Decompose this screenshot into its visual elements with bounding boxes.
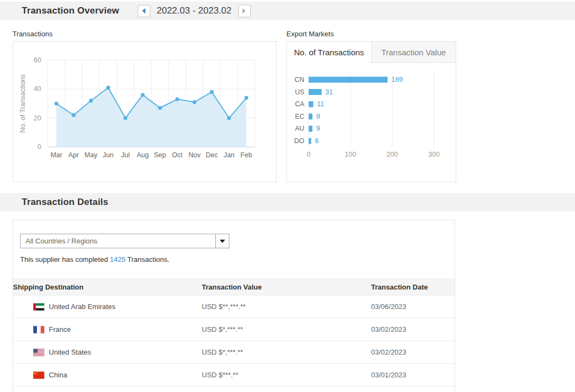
transaction-count-link[interactable]: 1425 — [110, 255, 125, 264]
svg-text:189: 189 — [392, 76, 403, 83]
svg-text:300: 300 — [429, 151, 440, 158]
transactions-table: Shipping Destination Transaction Value T… — [13, 279, 455, 392]
svg-text:Sep: Sep — [154, 151, 166, 159]
transaction-value-cell: USD $***.** — [202, 364, 371, 387]
transactions-chart-title: Transactions — [12, 30, 277, 38]
transaction-details-panel: All Countries / Regions This supplier ha… — [12, 220, 455, 392]
transaction-date-cell: 03/06/2023 — [371, 295, 455, 318]
svg-text:9: 9 — [316, 125, 320, 132]
transactions-summary: This supplier has completed 1425 Transac… — [20, 255, 448, 264]
shipping-destination-cell: United States — [13, 341, 202, 364]
svg-text:Dec: Dec — [206, 151, 218, 159]
next-period-button[interactable] — [238, 5, 251, 17]
prev-period-button[interactable] — [138, 5, 150, 17]
fr-flag-icon — [33, 326, 44, 333]
svg-text:EC: EC — [295, 113, 304, 120]
svg-text:100: 100 — [345, 151, 356, 158]
svg-text:Oct: Oct — [172, 151, 183, 159]
svg-text:20: 20 — [34, 114, 41, 122]
tab-no-of-transactions[interactable]: No. of Transactions — [287, 42, 372, 63]
transaction-overview-header: Transaction Overview 2022.03 - 2023.02 — [0, 2, 575, 20]
chevron-down-icon — [220, 240, 225, 243]
export-markets-panel: No. of Transactions Transaction Value 01… — [286, 41, 456, 182]
svg-text:Jul: Jul — [121, 151, 130, 159]
transactions-line-chart: 0204060No. of TransactionsMarAprMayJunJu… — [13, 42, 276, 182]
svg-text:No. of Transactions: No. of Transactions — [19, 74, 27, 133]
tab-transaction-value[interactable]: Transaction Value — [372, 42, 456, 63]
table-row: United StatesUSD $*,***.**03/02/2023 — [13, 341, 455, 364]
country-filter-dropdown[interactable]: All Countries / Regions — [20, 234, 229, 248]
svg-text:11: 11 — [317, 100, 324, 108]
svg-text:Mar: Mar — [50, 151, 62, 159]
transactions-chart-section: Transactions 0204060No. of TransactionsM… — [12, 20, 277, 182]
table-row: United Arab EmiratesUSD $**,***.**03/06/… — [13, 295, 455, 318]
summary-prefix: This supplier has completed — [20, 255, 108, 264]
table-row: ChinaUSD $***.**03/01/2023 — [13, 364, 455, 387]
export-markets-title: Export Markets — [286, 30, 456, 38]
svg-text:CA: CA — [295, 100, 305, 108]
svg-text:US: US — [295, 88, 304, 96]
column-shipping-destination: Shipping Destination — [13, 279, 202, 295]
svg-text:6: 6 — [315, 137, 319, 145]
country-filter-value: All Countries / Regions — [21, 234, 215, 248]
table-header-row: Shipping Destination Transaction Value T… — [13, 279, 455, 295]
transaction-date-cell: 03/02/2023 — [371, 318, 455, 341]
svg-text:Jan: Jan — [223, 151, 234, 159]
page-title: Transaction Overview — [22, 5, 119, 16]
transactions-chart-panel: 0204060No. of TransactionsMarAprMayJunJu… — [12, 41, 277, 182]
svg-text:40: 40 — [34, 85, 41, 93]
svg-text:Jun: Jun — [103, 151, 113, 159]
svg-text:200: 200 — [387, 151, 398, 158]
country-name: United Arab Emirates — [49, 303, 116, 311]
us-flag-icon — [33, 349, 44, 356]
shipping-destination-cell: France — [13, 318, 202, 341]
transaction-date-cell: 03/02/2023 — [371, 341, 455, 364]
column-transaction-date: Transaction Date — [371, 279, 455, 295]
export-markets-tabs: No. of Transactions Transaction Value — [287, 42, 456, 63]
transaction-value-cell: USD $*,***.** — [202, 341, 371, 364]
svg-text:CN: CN — [295, 76, 304, 83]
column-transaction-value: Transaction Value — [202, 279, 371, 295]
svg-text:Aug: Aug — [137, 151, 149, 159]
svg-text:60: 60 — [34, 56, 41, 64]
table-row: ChinaUSD $***.**03/01/2023 — [13, 387, 455, 392]
transaction-date-cell: 03/01/2023 — [371, 387, 455, 392]
svg-text:Feb: Feb — [240, 151, 252, 159]
chevron-left-icon — [142, 8, 145, 14]
country-name: China — [49, 371, 67, 379]
charts-row: Transactions 0204060No. of TransactionsM… — [0, 20, 575, 182]
svg-text:9: 9 — [316, 113, 320, 120]
svg-text:AU: AU — [295, 125, 304, 132]
transaction-value-cell: USD $*,***.** — [202, 318, 371, 341]
table-row: FranceUSD $*,***.**03/02/2023 — [13, 318, 455, 341]
date-range-nav: 2022.03 - 2023.02 — [138, 5, 251, 17]
svg-text:Apr: Apr — [68, 151, 79, 159]
transaction-value-cell: USD $**,***.** — [202, 295, 371, 318]
svg-text:May: May — [85, 151, 98, 159]
shipping-destination-cell: United Arab Emirates — [13, 295, 202, 318]
cn-flag-icon — [33, 371, 44, 379]
date-range-label: 2022.03 - 2023.02 — [157, 5, 232, 16]
svg-text:31: 31 — [325, 88, 333, 96]
dropdown-arrow-button[interactable] — [215, 234, 229, 248]
chevron-right-icon — [242, 8, 246, 14]
shipping-destination-cell: China — [13, 364, 202, 387]
transaction-value-cell: USD $***.** — [202, 387, 371, 392]
svg-text:DO: DO — [294, 137, 304, 145]
transaction-details-title: Transaction Details — [22, 197, 108, 208]
shipping-destination-cell: China — [13, 387, 202, 392]
ae-flag-icon — [33, 303, 44, 311]
summary-suffix: Transactions. — [127, 255, 170, 264]
transaction-details-header: Transaction Details — [0, 193, 575, 211]
svg-text:0: 0 — [37, 143, 41, 151]
export-markets-bar-chart: 0100200300CN189US31CA11EC9AU9DO6 — [287, 63, 456, 182]
country-name: United States — [49, 348, 91, 356]
svg-text:0: 0 — [307, 151, 311, 158]
svg-text:Nov: Nov — [188, 151, 201, 159]
export-markets-section: Export Markets No. of Transactions Trans… — [286, 20, 456, 182]
country-name: France — [49, 325, 71, 333]
transaction-date-cell: 03/01/2023 — [371, 364, 455, 387]
